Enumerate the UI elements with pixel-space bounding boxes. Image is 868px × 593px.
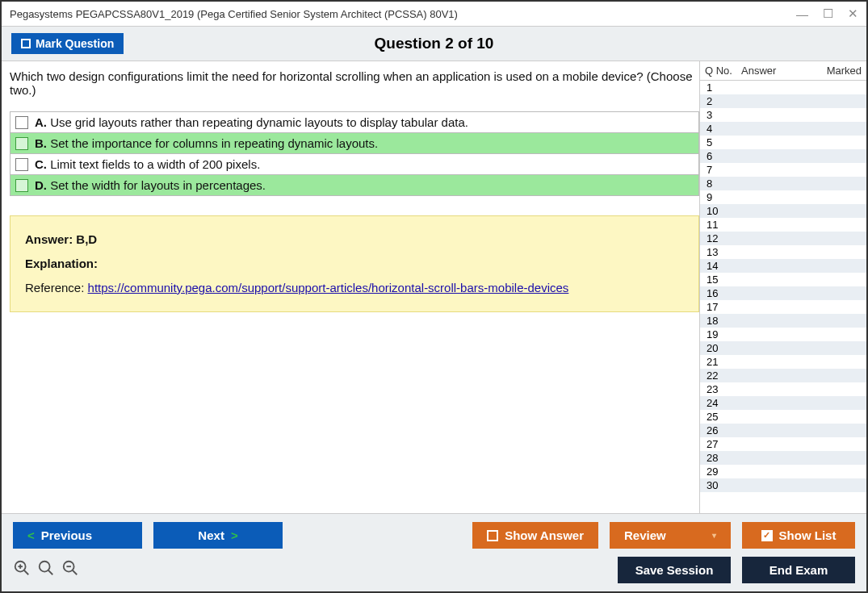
svg-line-1 [24, 570, 29, 575]
option-checkbox[interactable] [15, 158, 28, 171]
question-text: Which two design configurations limit th… [10, 69, 699, 97]
window-controls: — ☐ ✕ [796, 6, 858, 21]
question-list-row[interactable]: 20 [700, 341, 866, 355]
question-list-row[interactable]: 22 [700, 369, 866, 382]
mark-checkbox-icon [21, 39, 31, 48]
mark-question-button[interactable]: Mark Question [11, 33, 124, 54]
close-icon[interactable]: ✕ [848, 6, 858, 21]
review-button[interactable]: Review ▾ [610, 522, 731, 549]
question-list-row[interactable]: 19 [700, 328, 866, 341]
question-list-row[interactable]: 30 [700, 478, 866, 492]
show-list-button[interactable]: ✓ Show List [742, 522, 855, 549]
end-exam-label: End Exam [769, 563, 828, 577]
question-list-body[interactable]: 1234567891011121314151617181920212223242… [700, 81, 866, 513]
question-counter: Question 2 of 10 [375, 35, 494, 52]
previous-button[interactable]: < Previous [13, 522, 142, 549]
question-list-row[interactable]: 10 [700, 204, 866, 218]
svg-point-4 [40, 562, 50, 572]
question-list-row[interactable]: 4 [700, 122, 866, 136]
window-title: Pegasystems PEGAPCSSA80V1_2019 (Pega Cer… [10, 8, 458, 20]
titlebar: Pegasystems PEGAPCSSA80V1_2019 (Pega Cer… [2, 2, 866, 26]
option-checkbox[interactable] [15, 179, 28, 192]
option-row[interactable]: A. Use grid layouts rather than repeatin… [10, 112, 698, 132]
zoom-in-icon[interactable] [13, 559, 31, 581]
col-answer: Answer [741, 65, 817, 77]
question-list-row[interactable]: 21 [700, 355, 866, 369]
question-list-row[interactable]: 24 [700, 396, 866, 410]
review-label: Review [624, 528, 666, 542]
question-list-row[interactable]: 15 [700, 273, 866, 286]
chevron-right-icon: > [231, 528, 238, 542]
next-label: Next [198, 528, 224, 542]
svg-line-5 [48, 570, 53, 575]
main-area: Which two design configurations limit th… [2, 61, 699, 513]
previous-label: Previous [41, 528, 92, 542]
col-qno: Q No. [705, 65, 741, 77]
explanation-label: Explanation: [25, 252, 684, 276]
app-window: Pegasystems PEGAPCSSA80V1_2019 (Pega Cer… [0, 0, 868, 593]
footer-row-1: < Previous Next > Show Answer Review ▾ ✓… [13, 522, 855, 549]
question-list-row[interactable]: 26 [700, 424, 866, 437]
option-text: A. Use grid layouts rather than repeatin… [35, 115, 468, 129]
option-row[interactable]: B. Set the importance for columns in rep… [10, 132, 698, 153]
option-text: D. Set the width for layouts in percenta… [35, 178, 266, 192]
question-list-row[interactable]: 16 [700, 286, 866, 300]
option-checkbox[interactable] [15, 137, 28, 150]
question-list-row[interactable]: 17 [700, 300, 866, 314]
body: Which two design configurations limit th… [2, 61, 866, 513]
end-exam-button[interactable]: End Exam [742, 557, 855, 583]
question-list-row[interactable]: 6 [700, 149, 866, 163]
answer-line: Answer: B,D [25, 228, 684, 252]
question-list-row[interactable]: 3 [700, 108, 866, 122]
next-button[interactable]: Next > [153, 522, 283, 549]
minimize-icon[interactable]: — [796, 7, 808, 21]
chevron-down-icon: ▾ [712, 531, 716, 540]
question-list-row[interactable]: 9 [700, 190, 866, 204]
question-list-row[interactable]: 18 [700, 314, 866, 328]
reference-line: Reference: https://community.pega.com/su… [25, 276, 684, 300]
option-text: B. Set the importance for columns in rep… [35, 136, 378, 150]
mark-question-label: Mark Question [36, 37, 114, 50]
question-list-row[interactable]: 7 [700, 163, 866, 177]
question-list-row[interactable]: 1 [700, 81, 866, 94]
question-list-row[interactable]: 13 [700, 245, 866, 259]
question-list-row[interactable]: 11 [700, 218, 866, 232]
option-checkbox[interactable] [15, 116, 28, 129]
show-list-label: Show List [779, 528, 837, 542]
footer-row-2: Save Session End Exam [13, 557, 855, 583]
options-list: A. Use grid layouts rather than repeatin… [10, 111, 699, 196]
show-answer-label: Show Answer [505, 528, 584, 542]
question-list-row[interactable]: 14 [700, 259, 866, 273]
show-answer-button[interactable]: Show Answer [472, 522, 598, 549]
show-answer-checkbox-icon [487, 530, 498, 541]
option-row[interactable]: D. Set the width for layouts in percenta… [10, 174, 698, 195]
maximize-icon[interactable]: ☐ [823, 6, 833, 21]
option-row[interactable]: C. Limit text fields to a width of 200 p… [10, 153, 698, 174]
save-session-label: Save Session [635, 563, 714, 577]
question-list-row[interactable]: 25 [700, 410, 866, 424]
zoom-out-icon[interactable] [61, 559, 79, 581]
question-list-row[interactable]: 8 [700, 177, 866, 190]
save-session-button[interactable]: Save Session [618, 557, 731, 583]
question-list-header: Q No. Answer Marked [700, 61, 866, 81]
question-list-row[interactable]: 5 [700, 136, 866, 149]
reference-link[interactable]: https://community.pega.com/support/suppo… [88, 281, 569, 294]
question-list-row[interactable]: 28 [700, 451, 866, 465]
question-list-row[interactable]: 29 [700, 465, 866, 478]
answer-explanation-box: Answer: B,D Explanation: Reference: http… [10, 215, 699, 312]
show-list-checkbox-icon: ✓ [761, 530, 773, 541]
zoom-reset-icon[interactable] [37, 559, 55, 581]
question-list-row[interactable]: 2 [700, 94, 866, 108]
col-marked: Marked [817, 65, 862, 77]
svg-line-7 [73, 570, 78, 575]
option-text: C. Limit text fields to a width of 200 p… [35, 157, 260, 171]
question-list-row[interactable]: 12 [700, 232, 866, 245]
chevron-left-icon: < [27, 528, 35, 542]
header-bar: Mark Question Question 2 of 10 [2, 26, 866, 61]
footer: < Previous Next > Show Answer Review ▾ ✓… [2, 513, 866, 591]
question-list-row[interactable]: 23 [700, 382, 866, 396]
question-list-row[interactable]: 27 [700, 437, 866, 451]
question-list-panel: Q No. Answer Marked 12345678910111213141… [699, 61, 866, 513]
zoom-controls [13, 559, 79, 581]
